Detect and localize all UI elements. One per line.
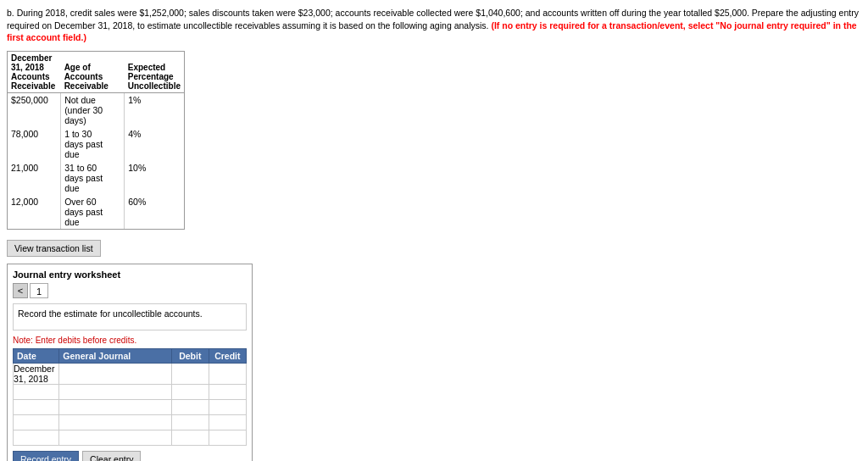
journal-table: Date General Journal Debit Credit Decemb…	[13, 348, 247, 446]
table-row: $250,000 Not due(under 30days) 1%	[8, 93, 184, 128]
record-entry-button[interactable]: Record entry	[13, 451, 79, 461]
table-row	[14, 415, 247, 430]
age-cell: Over 60days pastdue	[61, 195, 125, 229]
instruction-block: b. During 2018, credit sales were $1,252…	[7, 7, 861, 44]
debit-cell[interactable]	[171, 364, 209, 385]
age-cell: 1 to 30days pastdue	[61, 127, 125, 161]
view-transaction-button[interactable]: View transaction list	[7, 240, 101, 257]
clear-entry-button[interactable]: Clear entry	[82, 451, 141, 461]
gj-input[interactable]	[59, 364, 171, 384]
col-date-header: Date	[14, 349, 59, 364]
amount-cell: $250,000	[8, 93, 61, 128]
gj-cell[interactable]	[59, 364, 172, 385]
gj-input[interactable]	[59, 400, 171, 414]
col-header-pct: Expected Percentage Uncollectible	[125, 52, 184, 93]
amount-cell: 12,000	[8, 195, 61, 229]
note-text: Note: Enter debits before credits.	[13, 336, 247, 345]
credit-input[interactable]	[209, 385, 246, 399]
prev-page-button[interactable]: <	[13, 283, 28, 298]
col-debit-header: Debit	[171, 349, 209, 364]
gj-cell[interactable]	[59, 430, 172, 446]
gj-cell[interactable]	[59, 385, 172, 400]
credit-cell[interactable]	[209, 430, 246, 446]
date-cell: December31, 2018	[14, 364, 59, 385]
table-row: 78,000 1 to 30days pastdue 4%	[8, 127, 184, 161]
pct-cell: 10%	[125, 161, 184, 195]
credit-cell[interactable]	[209, 400, 246, 415]
table-row	[14, 400, 247, 415]
credit-input[interactable]	[209, 400, 246, 414]
debit-input[interactable]	[172, 385, 209, 399]
col-header-amount: December 31, 2018 Accounts Receivable	[8, 52, 61, 93]
gj-input[interactable]	[59, 415, 171, 430]
table-row: 12,000 Over 60days pastdue 60%	[8, 195, 184, 229]
journal-entry-section: Journal entry worksheet < 1 Record the e…	[7, 264, 253, 461]
col-gj-header: General Journal	[59, 349, 172, 364]
pct-cell: 4%	[125, 127, 184, 161]
credit-cell[interactable]	[209, 415, 246, 430]
credit-input[interactable]	[209, 364, 246, 384]
credit-cell[interactable]	[209, 364, 246, 385]
date-cell	[14, 385, 59, 400]
date-cell	[14, 415, 59, 430]
debit-input[interactable]	[172, 400, 209, 414]
table-row	[14, 430, 247, 446]
credit-input[interactable]	[209, 430, 246, 445]
debit-cell[interactable]	[171, 385, 209, 400]
gj-input[interactable]	[59, 430, 171, 445]
record-description: Record the estimate for uncollectible ac…	[13, 303, 247, 330]
amount-cell: 21,000	[8, 161, 61, 195]
amount-cell: 78,000	[8, 127, 61, 161]
debit-input[interactable]	[172, 364, 209, 384]
col-header-age: Age of Accounts Receivable	[61, 52, 125, 93]
debit-cell[interactable]	[171, 400, 209, 415]
debit-cell[interactable]	[171, 415, 209, 430]
gj-cell[interactable]	[59, 415, 172, 430]
table-row	[14, 385, 247, 400]
age-cell: Not due(under 30days)	[61, 93, 125, 128]
journal-title: Journal entry worksheet	[13, 269, 247, 280]
col-credit-header: Credit	[209, 349, 246, 364]
date-cell	[14, 430, 59, 446]
aging-analysis-table: December 31, 2018 Accounts Receivable Ag…	[7, 51, 185, 230]
age-cell: 31 to 60days pastdue	[61, 161, 125, 195]
debit-input[interactable]	[172, 415, 209, 430]
table-row: December31, 2018	[14, 364, 247, 385]
gj-cell[interactable]	[59, 400, 172, 415]
table-row: 21,000 31 to 60days pastdue 10%	[8, 161, 184, 195]
gj-input[interactable]	[59, 385, 171, 399]
debit-input[interactable]	[172, 430, 209, 445]
credit-input[interactable]	[209, 415, 246, 430]
credit-cell[interactable]	[209, 385, 246, 400]
pct-cell: 60%	[125, 195, 184, 229]
debit-cell[interactable]	[171, 430, 209, 446]
pct-cell: 1%	[125, 93, 184, 128]
page-number: 1	[30, 283, 48, 298]
date-cell	[14, 400, 59, 415]
